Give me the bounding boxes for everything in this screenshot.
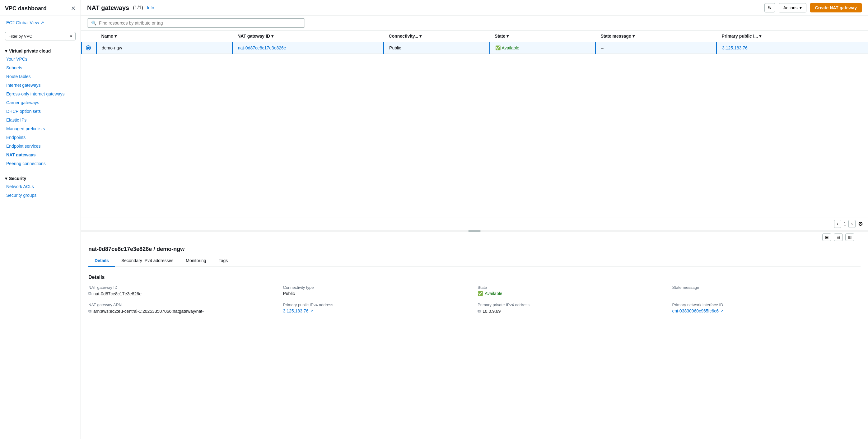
chevron-down-icon: ▾ xyxy=(5,48,7,54)
row-state-message: – xyxy=(596,42,717,54)
search-input-wrap: 🔍 xyxy=(87,18,305,28)
search-icon: 🔍 xyxy=(91,21,96,26)
sidebar-item-elastic-ips[interactable]: Elastic IPs xyxy=(0,116,81,124)
ec2-global-link[interactable]: EC2 Global View ↗ xyxy=(0,18,81,27)
table-container: Name▾ NAT gateway ID▾ Connectivity...▾ S… xyxy=(81,31,868,217)
filter-icon: ▾ xyxy=(506,34,509,39)
sidebar-item-nat-gateways[interactable]: NAT gateways xyxy=(0,150,81,159)
detail-tabs: DetailsSecondary IPv4 addressesMonitorin… xyxy=(88,255,861,267)
radio-circle xyxy=(86,45,91,50)
sidebar-item-carrier-gateways[interactable]: Carrier gateways xyxy=(0,98,81,107)
field-label: NAT gateway ARN xyxy=(88,303,277,307)
sidebar-section-virtual-private-cloud: ▾ Virtual private cloudYour VPCsSubnetsR… xyxy=(0,43,81,170)
field-label: Primary public IPv4 address xyxy=(283,303,472,307)
sidebar-item-endpoint-services[interactable]: Endpoint services xyxy=(0,142,81,150)
ec2-global-section: EC2 Global View ↗ xyxy=(0,16,81,30)
search-input[interactable] xyxy=(99,21,301,26)
col-connectivity[interactable]: Connectivity...▾ xyxy=(384,31,490,42)
detail-field-nat-gateway-arn: NAT gateway ARN⧉arn:aws:ec2:eu-central-1… xyxy=(88,303,277,314)
sidebar-item-your-vpcs[interactable]: Your VPCs xyxy=(0,55,81,63)
tab-tags[interactable]: Tags xyxy=(213,255,234,267)
copy-icon[interactable]: ⧉ xyxy=(88,291,91,296)
sidebar-item-security-groups[interactable]: Security groups xyxy=(0,191,81,200)
table-header: Name▾ NAT gateway ID▾ Connectivity...▾ S… xyxy=(82,31,868,42)
pagination-current: 1 xyxy=(844,222,846,226)
sidebar-item-egress-gateways[interactable]: Egress-only internet gateways xyxy=(0,90,81,98)
resize-icons: ▣ ▤ ▥ xyxy=(88,232,861,241)
field-value[interactable]: 3.125.183.76↗ xyxy=(283,308,472,313)
field-value: ✅Available xyxy=(477,291,666,296)
check-circle-icon: ✅ xyxy=(477,291,483,296)
section-label[interactable]: ▾ Virtual private cloud xyxy=(0,45,81,55)
tab-details[interactable]: Details xyxy=(88,255,115,267)
sidebar-close-button[interactable]: ✕ xyxy=(71,5,75,12)
page-count: (1/1) xyxy=(133,5,143,10)
row-primary-public: 3.125.183.76 xyxy=(717,42,868,54)
detail-field-primary-public-ipv4-address: Primary public IPv4 address3.125.183.76↗ xyxy=(283,303,472,314)
tab-monitoring[interactable]: Monitoring xyxy=(180,255,212,267)
row-radio[interactable] xyxy=(82,42,96,54)
table-body: demo-ngwnat-0d87ce8c17e3e826ePublic✅Avai… xyxy=(82,42,868,54)
field-label: NAT gateway ID xyxy=(88,285,277,290)
detail-field-primary-network-interface-id: Primary network interface IDeni-03830960… xyxy=(672,303,861,314)
actions-button[interactable]: Actions ▾ xyxy=(779,3,806,12)
col-id[interactable]: NAT gateway ID▾ xyxy=(232,31,383,42)
table-area: Name▾ NAT gateway ID▾ Connectivity...▾ S… xyxy=(81,31,868,230)
sidebar: VPC dashboard ✕ EC2 Global View ↗ Filter… xyxy=(0,0,81,439)
nat-gateways-table: Name▾ NAT gateway ID▾ Connectivity...▾ S… xyxy=(81,31,868,54)
col-name[interactable]: Name▾ xyxy=(96,31,233,42)
field-value: ⧉nat-0d87ce8c17e3e826e xyxy=(88,291,277,296)
info-link[interactable]: Info xyxy=(147,5,154,10)
tab-secondary-ipv4[interactable]: Secondary IPv4 addresses xyxy=(115,255,180,267)
sidebar-item-dhcp-option-sets[interactable]: DHCP option sets xyxy=(0,107,81,116)
sidebar-item-route-tables[interactable]: Route tables xyxy=(0,72,81,81)
detail-grid: NAT gateway ID⧉nat-0d87ce8c17e3e826eConn… xyxy=(88,285,861,314)
external-link-icon: ↗ xyxy=(720,309,723,313)
pagination-next-button[interactable]: › xyxy=(848,220,856,228)
sidebar-item-endpoints[interactable]: Endpoints xyxy=(0,133,81,142)
detail-field-state: State✅Available xyxy=(477,285,666,296)
filter-vpc-dropdown[interactable]: Filter by VPC ▾ xyxy=(5,32,75,40)
pagination-prev-button[interactable]: ‹ xyxy=(834,220,841,228)
copy-icon[interactable]: ⧉ xyxy=(477,308,480,314)
create-nat-gateway-button[interactable]: Create NAT gateway xyxy=(810,3,862,12)
field-value: Public xyxy=(283,291,472,296)
row-connectivity: Public xyxy=(384,42,490,54)
detail-header: nat-0d87ce8c17e3e826e / demo-ngw xyxy=(88,241,861,255)
panel-layout-btn-3[interactable]: ▥ xyxy=(845,234,854,241)
col-state[interactable]: State▾ xyxy=(490,31,595,42)
chevron-down-icon: ▾ xyxy=(70,34,72,39)
filter-icon: ▾ xyxy=(632,34,635,39)
detail-panel: ▣ ▤ ▥ nat-0d87ce8c17e3e826e / demo-ngw D… xyxy=(81,232,868,439)
main-content: NAT gateways (1/1) Info ↻ Actions ▾ Crea… xyxy=(81,0,868,439)
sidebar-item-peering[interactable]: Peering connections xyxy=(0,159,81,168)
table-settings-button[interactable]: ⚙ xyxy=(858,221,863,227)
panel-layout-btn-2[interactable]: ▤ xyxy=(834,234,843,241)
field-label: State xyxy=(477,285,666,290)
detail-field-connectivity-type: Connectivity typePublic xyxy=(283,285,472,296)
detail-section-title: Details xyxy=(88,272,861,285)
nat-gateway-id-link[interactable]: nat-0d87ce8c17e3e826e xyxy=(238,45,286,50)
sidebar-item-managed-prefix[interactable]: Managed prefix lists xyxy=(0,124,81,133)
col-primary-public[interactable]: Primary public I...▾ xyxy=(717,31,868,42)
field-value: ⧉arn:aws:ec2:eu-central-1:202533507066:n… xyxy=(88,308,277,314)
col-select xyxy=(82,31,96,42)
panel-layout-btn-1[interactable]: ▣ xyxy=(822,234,831,241)
row-name: demo-ngw xyxy=(96,42,233,54)
state-available: ✅Available xyxy=(495,45,590,50)
sidebar-item-network-acls[interactable]: Network ACLs xyxy=(0,182,81,191)
table-row[interactable]: demo-ngwnat-0d87ce8c17e3e826ePublic✅Avai… xyxy=(82,42,868,54)
copy-icon[interactable]: ⧉ xyxy=(88,308,91,314)
primary-public-ip-link[interactable]: 3.125.183.76 xyxy=(722,45,748,50)
detail-title: nat-0d87ce8c17e3e826e / demo-ngw xyxy=(88,246,185,252)
field-value[interactable]: eni-03830960c965fc6c6↗ xyxy=(672,308,861,313)
sidebar-item-subnets[interactable]: Subnets xyxy=(0,63,81,72)
sidebar-item-internet-gateways[interactable]: Internet gateways xyxy=(0,81,81,90)
search-bar: 🔍 xyxy=(81,16,868,31)
panel-resize-divider[interactable] xyxy=(81,230,868,232)
refresh-button[interactable]: ↻ xyxy=(765,3,775,12)
section-label[interactable]: ▾ Security xyxy=(0,173,81,182)
row-state: ✅Available xyxy=(490,42,595,54)
col-state-message[interactable]: State message▾ xyxy=(596,31,717,42)
topbar: NAT gateways (1/1) Info ↻ Actions ▾ Crea… xyxy=(81,0,868,16)
